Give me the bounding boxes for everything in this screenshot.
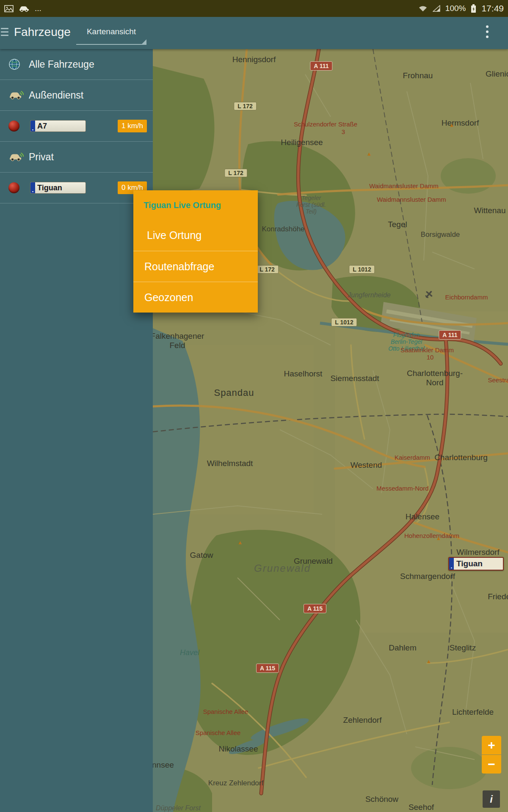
map-label: Schulzendorfer Straße xyxy=(294,121,357,128)
globe-icon xyxy=(8,58,29,70)
map-info-button[interactable]: i xyxy=(483,790,500,808)
map-label: Waidmannsluster Damm xyxy=(369,182,439,189)
map-label: L 1012 xyxy=(349,265,375,274)
view-selector-dropdown[interactable]: Kartenansicht xyxy=(76,23,146,45)
map-label: Tegel xyxy=(388,220,407,229)
map-label: Nikolassee xyxy=(219,744,258,754)
map-label: A 111 xyxy=(310,61,332,71)
context-menu-title: Tiguan Live Ortung xyxy=(133,190,258,220)
map-label: ▲ xyxy=(436,535,442,542)
map-label: 10 xyxy=(427,354,434,361)
menu-item-geozonen[interactable]: Geozonen xyxy=(133,282,258,313)
map-label: ▲ xyxy=(449,122,455,129)
map-label: Flughafen Berlin-Tegel Otto Lilienthal xyxy=(388,332,425,352)
map-label: Schmargendorf xyxy=(400,572,455,581)
status-bar: ... 100% 17:49 xyxy=(0,0,508,17)
status-bar-left: ... xyxy=(4,4,41,13)
plate-eu-strip xyxy=(30,121,35,132)
map-label: Lichterfelde xyxy=(452,708,494,717)
sidebar-item-label: Alle Fahrzeuge xyxy=(29,59,94,70)
map-label: Charlottenburg- Nord xyxy=(407,369,463,387)
license-plate: Tiguan xyxy=(30,182,86,194)
map-label: Düppeler Forst xyxy=(156,804,201,812)
map-label: Havel xyxy=(180,648,199,657)
sidebar-item-label: Außendienst xyxy=(29,90,83,101)
map-label: Saatwinkler Damm xyxy=(400,346,454,354)
overflow-menu-icon[interactable] xyxy=(486,25,489,41)
map-label: Wilhelmstadt xyxy=(207,459,253,468)
map-label: Waidmannsluster Damm xyxy=(377,196,446,203)
map-label: Halensee xyxy=(406,512,439,521)
map-label: Wilmersdorf xyxy=(456,548,499,557)
map-label: Charlottenburg xyxy=(434,453,488,462)
map-label: Grunewald xyxy=(254,562,311,574)
map-label: Zehlendorf xyxy=(343,716,382,725)
sidebar-item-privat[interactable]: Privat xyxy=(0,142,153,173)
sidebar-vehicle-tiguan[interactable]: Tiguan 0 km/h xyxy=(0,173,153,203)
map-label: A 115 xyxy=(304,604,326,613)
map-label: Spandau xyxy=(214,387,254,398)
map-label: Steglitz xyxy=(450,643,476,653)
map-label: L 172 xyxy=(256,265,279,274)
map-label: ▲ xyxy=(237,540,243,546)
vehicle-status-icon xyxy=(8,121,29,132)
map-label: Kreuz Zehlendorf xyxy=(208,779,263,787)
map-label: Borsigwalde xyxy=(421,230,460,239)
dropdown-corner-icon xyxy=(142,39,146,44)
map-label: Gatow xyxy=(190,551,213,560)
plate-number: A7 xyxy=(35,121,86,132)
map-label: L 1012 xyxy=(331,318,357,326)
hamburger-menu-icon[interactable] xyxy=(1,28,9,38)
app-bar: Fahrzeuge Kartenansicht xyxy=(0,17,508,49)
map-label: Westend xyxy=(351,461,382,470)
map-label: Heiligensee xyxy=(281,138,323,147)
wifi-icon xyxy=(418,5,428,12)
menu-item-routenabfrage[interactable]: Routenabfrage xyxy=(133,251,258,282)
map-label: 3 xyxy=(342,128,345,135)
sidebar-vehicle-a7[interactable]: A7 1 km/h xyxy=(0,111,153,142)
map-label: Glienicke xyxy=(486,69,508,79)
map-label: Friedenau xyxy=(488,592,508,601)
signal-icon xyxy=(433,5,440,12)
map-label: Eichborndamm xyxy=(445,294,488,301)
map-label: Konradshöhe xyxy=(262,225,304,233)
map-label: Messedamm-Nord xyxy=(376,485,428,492)
license-plate: A7 xyxy=(30,120,86,132)
menu-item-live-ortung[interactable]: Live Ortung xyxy=(133,220,258,251)
map-labels-layer: HennigsdorfA 111FrohnauGlienickeL 172Sch… xyxy=(153,49,508,812)
zoom-in-button[interactable]: + xyxy=(482,736,501,754)
zoom-out-button[interactable]: − xyxy=(482,755,501,774)
map[interactable]: HennigsdorfA 111FrohnauGlienickeL 172Sch… xyxy=(153,49,508,812)
map-label: ▲ xyxy=(426,658,432,665)
sidebar-item-label: Privat xyxy=(29,151,54,163)
zoom-controls: + − xyxy=(482,736,501,774)
sidebar-item-aussendienst[interactable]: Außendienst xyxy=(0,80,153,111)
app-screen: ... 100% 17:49 Fahrzeuge Kartenansicht xyxy=(0,0,508,812)
view-selector-value: Kartenansicht xyxy=(76,23,146,36)
vehicle-context-menu: Tiguan Live Ortung Live Ortung Routenabf… xyxy=(133,190,258,313)
sidebar-item-alle-fahrzeuge[interactable]: Alle Fahrzeuge xyxy=(0,49,153,80)
map-label: Siemensstadt xyxy=(330,374,379,383)
map-label: Seestraße xyxy=(488,376,508,384)
clock: 17:49 xyxy=(481,3,504,14)
map-label: Jungfernheide xyxy=(348,291,390,299)
map-label: ▲ xyxy=(367,151,372,157)
map-label: Spanische Allee xyxy=(196,729,241,736)
gallery-icon xyxy=(4,5,14,12)
plate-number: Tiguan xyxy=(35,182,86,193)
map-label: Hennigsdorf xyxy=(232,55,276,64)
map-label: Tegeler Forst (südl. Teil) xyxy=(296,195,326,215)
map-label: Falkenhagener Feld xyxy=(153,332,204,350)
battery-icon xyxy=(471,4,476,13)
map-label: Hohenzollerndamm xyxy=(404,532,459,539)
map-label: Seehof xyxy=(409,803,434,812)
car-status-icon xyxy=(19,5,30,12)
map-label: L 172 xyxy=(234,102,257,110)
vehicle-status-icon xyxy=(8,182,29,193)
map-label: A 111 xyxy=(439,330,461,340)
vehicle-group-icon xyxy=(8,151,29,162)
page-title: Fahrzeuge xyxy=(14,25,71,39)
map-label: A 115 xyxy=(256,664,279,673)
vehicle-sidebar: Alle Fahrzeuge Außendienst A7 1 km/h xyxy=(0,49,153,812)
vehicle-marker-tiguan[interactable]: Tiguan xyxy=(448,557,504,571)
